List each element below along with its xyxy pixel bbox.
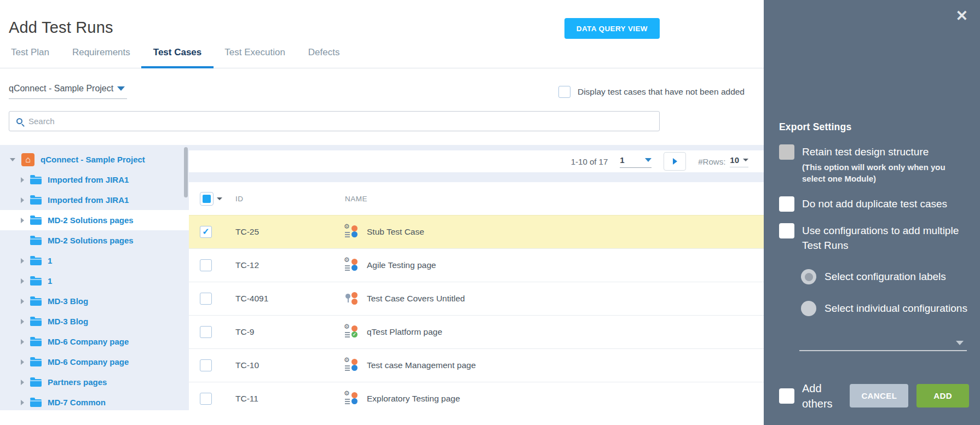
testcase-name: qTest Platform page (367, 327, 442, 337)
search-input[interactable] (28, 117, 652, 126)
chevron-right-icon (21, 359, 24, 365)
folder-icon (30, 318, 42, 326)
caret-holder (21, 299, 24, 304)
gear-glyph: ⚙ (344, 323, 350, 330)
tree-item[interactable]: Imported from JIRA1 (0, 190, 189, 210)
export-settings-heading: Export Settings (779, 121, 969, 133)
tree-item[interactable]: Imported from JIRA1 (0, 170, 189, 190)
status-dot-top (351, 259, 358, 265)
add-button[interactable]: ADD (916, 384, 969, 407)
table-body: TC-25 ⚙ Stub Test Case (189, 215, 764, 410)
display-not-added-option: Display test cases that have not been ad… (558, 86, 745, 99)
tree-scrollbar[interactable] (184, 147, 188, 197)
chevron-down-icon (956, 341, 964, 345)
tree-items: Imported from JIRA1 Imported from JIRA1 … (0, 170, 189, 410)
tab[interactable]: Test Cases (141, 47, 214, 68)
caret-holder (21, 258, 24, 264)
tree-root-item[interactable]: ⌂ qConnect - Sample Project (0, 149, 189, 170)
row-checkbox[interactable] (200, 293, 212, 305)
table-row[interactable]: TC-10 ⚙ Test case Management page (189, 348, 764, 382)
table-row[interactable]: TC-12 ⚙ Agile Testing page (189, 248, 764, 282)
status-dot-top (351, 325, 358, 331)
row-checkbox[interactable] (200, 393, 212, 405)
retain-structure-checkbox[interactable] (779, 144, 794, 160)
test-case-icon: ⚙ (345, 392, 358, 405)
folder-icon (30, 177, 42, 184)
row-checkbox[interactable] (200, 326, 212, 338)
folder-icon (30, 197, 42, 205)
tab[interactable]: Requirements (72, 47, 130, 68)
display-not-added-checkbox[interactable] (558, 86, 570, 98)
tree-root-label: qConnect - Sample Project (41, 155, 145, 164)
config-labels-label: Select configuration labels (825, 270, 946, 284)
tree-item[interactable]: MD-3 Blog (0, 291, 189, 311)
tree-item[interactable]: 1 (0, 271, 189, 291)
folder-icon (30, 359, 42, 366)
chevron-right-icon (21, 177, 24, 183)
row-checkbox[interactable] (200, 226, 212, 238)
cancel-button[interactable]: CANCEL (850, 384, 908, 407)
select-all-partial-fill (203, 195, 211, 203)
next-page-button[interactable] (664, 152, 686, 171)
tree-item-label: Imported from JIRA1 (48, 195, 129, 205)
chevron-right-icon (21, 278, 24, 284)
project-select[interactable]: qConnect - Sample Project (9, 84, 127, 99)
retain-structure-label: Retain test design structure (802, 145, 966, 160)
row-checkbox[interactable] (200, 259, 212, 271)
tree-item[interactable]: MD-2 Solutions pages (0, 210, 189, 230)
tree-item[interactable]: MD-3 Blog (0, 311, 189, 331)
chevron-down-icon[interactable] (10, 158, 15, 161)
gear-glyph: ⚙ (344, 389, 350, 397)
config-labels-radio[interactable] (801, 269, 816, 284)
column-header-id[interactable]: ID (235, 195, 345, 203)
close-icon[interactable]: ✕ (955, 9, 968, 24)
retain-structure-option: Retain test design structure (This optio… (779, 144, 969, 185)
caret-holder (21, 400, 24, 405)
chevron-right-icon (21, 258, 24, 264)
no-duplicates-checkbox[interactable] (779, 196, 794, 212)
workspace: ⌂ qConnect - Sample Project Imported fro… (0, 145, 764, 410)
select-all-checkbox[interactable] (200, 192, 214, 206)
status-dot-bottom (351, 331, 358, 337)
status-dot-bottom (351, 398, 358, 404)
table-row[interactable]: TC-9 ⚙ qTest Platform page (189, 315, 764, 348)
chevron-right-icon (21, 339, 24, 345)
page-title: Add Test Runs (9, 19, 113, 37)
list-lines-glyph (345, 365, 350, 366)
row-checkbox[interactable] (200, 359, 212, 371)
tab[interactable]: Defects (308, 47, 340, 68)
tab[interactable]: Test Plan (11, 47, 49, 68)
list-lines-glyph (345, 399, 350, 400)
tree-item[interactable]: MD-2 Solutions pages (0, 230, 189, 251)
table-row[interactable]: TC-11 ⚙ Exploratory Testing page (189, 382, 764, 410)
data-query-view-button[interactable]: DATA QUERY VIEW (564, 18, 660, 39)
chevron-right-icon (21, 299, 24, 304)
tree-item-label: 1 (48, 256, 52, 265)
search-box (9, 111, 660, 131)
tree-item[interactable]: MD-6 Company page (0, 331, 189, 352)
configuration-dropdown[interactable] (799, 339, 967, 351)
rows-select[interactable]: 10 (730, 155, 748, 167)
tab[interactable]: Test Execution (224, 47, 285, 68)
page-select[interactable]: 1 (620, 155, 652, 168)
chevron-down-icon[interactable] (217, 197, 222, 200)
tree-item[interactable]: Partners pages (0, 372, 189, 392)
table-row[interactable]: TC-25 ⚙ Stub Test Case (189, 215, 764, 248)
folder-icon (30, 258, 42, 265)
status-dot-top (351, 392, 358, 398)
tree-item-label: MD-2 Solutions pages (48, 236, 134, 245)
list-lines-glyph (345, 332, 350, 333)
tree-item-label: MD-2 Solutions pages (48, 216, 134, 225)
add-others-checkbox[interactable] (779, 388, 794, 404)
pagination-bar: 1-10 of 17 1 #Rows: 10 (189, 150, 764, 172)
use-configurations-checkbox[interactable] (779, 223, 794, 238)
tree-item[interactable]: 1 (0, 251, 189, 271)
column-header-name[interactable]: NAME (345, 195, 764, 203)
export-settings-panel: ✕ Export Settings Retain test design str… (764, 0, 980, 425)
individual-configs-radio[interactable] (801, 301, 816, 316)
tree-item[interactable]: MD-6 Company page (0, 352, 189, 372)
table-row[interactable]: TC-4091 ⚙ Test Case Covers Untitled (189, 282, 764, 315)
tree-item-label: 1 (48, 276, 52, 286)
tree-item[interactable]: MD-7 Common (0, 392, 189, 410)
gear-glyph: ⚙ (344, 223, 350, 230)
